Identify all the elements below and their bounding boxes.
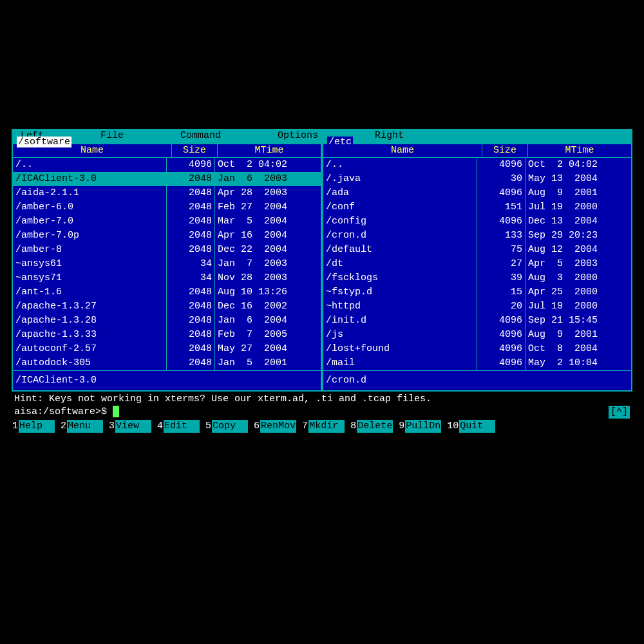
file-name: /conf bbox=[323, 200, 477, 214]
header-mtime[interactable]: MTime bbox=[218, 144, 321, 157]
file-row[interactable]: /aida-2.1.12048Apr 28 2003 bbox=[13, 186, 321, 200]
fkey-help[interactable]: 1Help bbox=[12, 420, 55, 433]
prompt-line[interactable]: aisa:/software>$ [^] bbox=[12, 406, 632, 419]
right-panel[interactable]: /etc Name Size MTime /..4096Oct 2 04:02/… bbox=[322, 143, 632, 392]
file-mtime: Jan 5 2001 bbox=[215, 356, 321, 370]
fkey-quit[interactable]: 10Quit bbox=[446, 420, 495, 433]
file-mtime: Mar 5 2004 bbox=[215, 214, 321, 229]
file-row[interactable]: /..4096Oct 2 04:02 bbox=[323, 158, 631, 172]
left-file-list: /..4096Oct 2 04:02/ICAClient-3.02048Jan … bbox=[13, 158, 321, 370]
file-mtime: Aug 9 2001 bbox=[526, 186, 631, 200]
file-row[interactable]: /..4096Oct 2 04:02 bbox=[13, 158, 321, 172]
file-size: 133 bbox=[477, 229, 526, 243]
file-size: 2048 bbox=[167, 314, 215, 328]
file-mtime: Sep 29 20:23 bbox=[526, 229, 631, 243]
file-mtime: Aug 3 2000 bbox=[526, 271, 631, 285]
file-size: 27 bbox=[477, 257, 526, 271]
menu-command[interactable]: Command bbox=[171, 129, 230, 143]
file-row[interactable]: /amber-7.02048Mar 5 2004 bbox=[13, 214, 321, 229]
file-mtime: Oct 2 04:02 bbox=[215, 158, 321, 172]
file-size: 151 bbox=[477, 200, 526, 214]
file-name: /ada bbox=[323, 186, 477, 200]
fkey-edit[interactable]: 4Edit bbox=[156, 420, 200, 433]
fkey-label: Help bbox=[19, 420, 55, 433]
header-mtime[interactable]: MTime bbox=[528, 144, 631, 157]
menu-right[interactable]: Right bbox=[366, 129, 413, 143]
file-size: 2048 bbox=[167, 200, 215, 214]
file-row[interactable]: /apache-1.3.272048Dec 16 2002 bbox=[13, 299, 321, 314]
file-size: 30 bbox=[477, 172, 526, 186]
file-name: /default bbox=[323, 243, 477, 257]
file-row[interactable]: /apache-1.3.332048Feb 7 2005 bbox=[13, 328, 321, 342]
file-mtime: May 27 2004 bbox=[215, 342, 321, 356]
file-size: 34 bbox=[167, 271, 215, 285]
file-name: /mail bbox=[323, 356, 477, 370]
fkey-renmov[interactable]: 6RenMov bbox=[253, 420, 296, 433]
file-name: ~fstyp.d bbox=[323, 285, 477, 299]
file-row[interactable]: /autoconf-2.572048May 27 2004 bbox=[13, 342, 321, 356]
file-row[interactable]: /conf151Jul 19 2000 bbox=[323, 200, 631, 214]
fkey-view[interactable]: 3View bbox=[108, 420, 151, 433]
file-row[interactable]: /dt27Apr 5 2003 bbox=[323, 257, 631, 271]
file-row[interactable]: /js4096Aug 9 2001 bbox=[323, 328, 631, 342]
file-row[interactable]: /config4096Dec 13 2004 bbox=[323, 214, 631, 229]
file-row[interactable]: ~fstyp.d15Apr 25 2000 bbox=[323, 285, 631, 299]
file-name: /autodock-305 bbox=[13, 356, 167, 370]
file-row[interactable]: ~httpd20Jul 19 2000 bbox=[323, 299, 631, 314]
fkey-delete[interactable]: 8Delete bbox=[350, 420, 393, 433]
midnight-commander: Left File Command Options Right /softwar… bbox=[12, 129, 632, 433]
header-size[interactable]: Size bbox=[172, 144, 218, 157]
file-mtime: Apr 16 2004 bbox=[215, 229, 321, 243]
file-row[interactable]: /amber-6.02048Feb 27 2004 bbox=[13, 200, 321, 214]
menu-file[interactable]: File bbox=[91, 129, 133, 143]
caret-indicator[interactable]: [^] bbox=[609, 406, 630, 419]
file-row[interactable]: /ada4096Aug 9 2001 bbox=[323, 186, 631, 200]
file-size: 2048 bbox=[167, 342, 215, 356]
file-row[interactable]: /fscklogs39Aug 3 2000 bbox=[323, 271, 631, 285]
file-row[interactable]: /autodock-3052048Jan 5 2001 bbox=[13, 356, 321, 370]
file-row[interactable]: /apache-1.3.282048Jan 6 2004 bbox=[13, 314, 321, 328]
file-name: /autoconf-2.57 bbox=[13, 342, 167, 356]
file-row[interactable]: /amber-7.0p2048Apr 16 2004 bbox=[13, 229, 321, 243]
fkey-pulldn[interactable]: 9PullDn bbox=[398, 420, 441, 433]
fkey-label: View bbox=[115, 420, 151, 433]
fkey-mkdir[interactable]: 7Mkdir bbox=[301, 420, 345, 433]
file-size: 4096 bbox=[477, 314, 526, 328]
file-row[interactable]: /default75Aug 12 2004 bbox=[323, 243, 631, 257]
fkey-label: RenMov bbox=[260, 420, 296, 433]
fkey-menu[interactable]: 2Menu bbox=[60, 420, 103, 433]
file-row[interactable]: /lost+found4096Oct 8 2004 bbox=[323, 342, 631, 356]
file-mtime: Apr 5 2003 bbox=[526, 257, 631, 271]
file-name: ~httpd bbox=[323, 299, 477, 314]
file-row[interactable]: /ICAClient-3.02048Jan 6 2003 bbox=[13, 172, 321, 186]
file-name: /apache-1.3.28 bbox=[13, 314, 167, 328]
file-name: /aida-2.1.1 bbox=[13, 186, 167, 200]
file-size: 4096 bbox=[477, 186, 526, 200]
file-name: ~ansys61 bbox=[13, 257, 167, 271]
fkey-number: 3 bbox=[108, 420, 115, 433]
file-row[interactable]: ~ansys6134Jan 7 2003 bbox=[13, 257, 321, 271]
header-size[interactable]: Size bbox=[482, 144, 528, 157]
fkey-number: 5 bbox=[205, 420, 212, 433]
file-row[interactable]: /cron.d133Sep 29 20:23 bbox=[323, 229, 631, 243]
fkey-label: Mkdir bbox=[308, 420, 345, 433]
file-mtime: Oct 2 04:02 bbox=[526, 158, 631, 172]
right-panel-headers: Name Size MTime bbox=[323, 144, 631, 158]
file-row[interactable]: /amber-82048Dec 22 2004 bbox=[13, 243, 321, 257]
file-row[interactable]: /.java30May 13 2004 bbox=[323, 172, 631, 186]
file-row[interactable]: /ant-1.62048Aug 10 13:26 bbox=[13, 285, 321, 299]
file-row[interactable]: /mail4096May 2 10:04 bbox=[323, 356, 631, 370]
file-row[interactable]: /init.d4096Sep 21 15:45 bbox=[323, 314, 631, 328]
file-row[interactable]: ~ansys7134Nov 28 2003 bbox=[13, 271, 321, 285]
file-name: /ant-1.6 bbox=[13, 285, 167, 299]
file-size: 4096 bbox=[477, 328, 526, 342]
fkey-copy[interactable]: 5Copy bbox=[205, 420, 248, 433]
file-mtime: Aug 10 13:26 bbox=[215, 285, 321, 299]
cursor bbox=[113, 406, 119, 417]
menu-options[interactable]: Options bbox=[269, 129, 327, 143]
right-panel-status: /cron.d bbox=[323, 370, 631, 390]
file-name: /apache-1.3.33 bbox=[13, 328, 167, 342]
file-size: 2048 bbox=[167, 299, 215, 314]
file-size: 2048 bbox=[167, 328, 215, 342]
left-panel[interactable]: /software Name Size MTime /..4096Oct 2 0… bbox=[12, 143, 322, 392]
